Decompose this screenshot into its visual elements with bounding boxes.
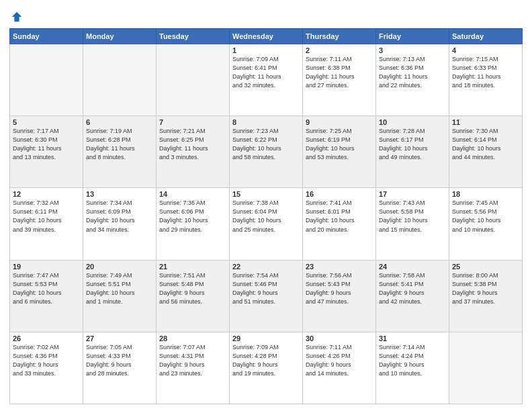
day-info-line: Daylight: 10 hours — [13, 216, 80, 225]
day-info-line: Sunrise: 7:11 AM — [306, 343, 373, 352]
day-info-line: Daylight: 9 hours — [452, 289, 519, 298]
day-info-line: Sunrise: 7:43 AM — [379, 199, 446, 208]
day-info-line: Sunset: 6:28 PM — [86, 136, 153, 144]
day-info: Sunrise: 7:13 AMSunset: 6:36 PMDaylight:… — [379, 55, 446, 90]
day-info-line: Daylight: 10 hours — [379, 216, 446, 225]
calendar-cell: 1Sunrise: 7:09 AMSunset: 6:41 PMDaylight… — [230, 44, 303, 116]
day-number: 14 — [159, 190, 226, 198]
day-info-line: Daylight: 11 hours — [379, 73, 446, 81]
day-info-line: Daylight: 9 hours — [306, 361, 373, 369]
day-info-line: and 19 minutes. — [232, 369, 300, 378]
calendar-cell: 13Sunrise: 7:34 AMSunset: 6:09 PMDayligh… — [83, 188, 157, 260]
day-info-line: Daylight: 11 hours — [159, 144, 226, 153]
calendar-week-row: 5Sunrise: 7:17 AMSunset: 6:30 PMDaylight… — [10, 116, 523, 188]
day-info: Sunrise: 7:21 AMSunset: 6:25 PMDaylight:… — [159, 127, 226, 162]
calendar-cell: 11Sunrise: 7:30 AMSunset: 6:14 PMDayligh… — [449, 116, 523, 188]
day-info-line: Sunrise: 7:34 AM — [86, 199, 153, 208]
day-info-line: Sunset: 6:11 PM — [13, 208, 80, 216]
day-info-line: Sunrise: 7:17 AM — [13, 127, 80, 136]
logo — [9, 11, 23, 23]
day-info-line: Sunset: 6:19 PM — [306, 136, 373, 144]
day-info-line: Sunrise: 7:23 AM — [232, 127, 300, 136]
day-info-line: Sunset: 5:43 PM — [306, 280, 373, 289]
day-info-line: Sunrise: 7:47 AM — [13, 271, 80, 280]
day-info: Sunrise: 7:30 AMSunset: 6:14 PMDaylight:… — [452, 127, 519, 162]
day-info-line: Daylight: 11 hours — [86, 144, 153, 153]
weekday-header-sunday: Sunday — [10, 29, 83, 44]
day-info: Sunrise: 7:14 AMSunset: 4:24 PMDaylight:… — [379, 343, 446, 378]
day-number: 8 — [232, 118, 300, 126]
day-info: Sunrise: 7:47 AMSunset: 5:53 PMDaylight:… — [13, 271, 80, 306]
day-info-line: Sunset: 5:38 PM — [452, 280, 519, 289]
day-number: 5 — [13, 118, 80, 126]
day-info-line: Daylight: 9 hours — [232, 361, 300, 369]
day-info-line: and 1 minute. — [86, 298, 153, 306]
day-info-line: Sunset: 4:33 PM — [86, 352, 153, 361]
calendar-cell: 7Sunrise: 7:21 AMSunset: 6:25 PMDaylight… — [157, 116, 230, 188]
weekday-header-monday: Monday — [83, 29, 157, 44]
day-info-line: Sunrise: 7:13 AM — [379, 55, 446, 64]
day-info-line: Sunset: 6:14 PM — [452, 136, 519, 144]
day-number: 23 — [306, 263, 373, 271]
day-info-line: and 20 minutes. — [306, 226, 373, 234]
day-info-line: Sunset: 6:25 PM — [159, 136, 226, 144]
calendar-cell: 28Sunrise: 7:07 AMSunset: 4:31 PMDayligh… — [157, 332, 230, 404]
day-info-line: Sunrise: 7:56 AM — [306, 271, 373, 280]
weekday-header-tuesday: Tuesday — [157, 29, 230, 44]
weekday-header-saturday: Saturday — [449, 29, 523, 44]
day-info-line: Sunset: 5:58 PM — [379, 208, 446, 216]
day-info-line: Sunset: 6:17 PM — [379, 136, 446, 144]
calendar-cell: 15Sunrise: 7:38 AMSunset: 6:04 PMDayligh… — [230, 188, 303, 260]
day-info-line: and 14 minutes. — [306, 369, 373, 378]
day-info-line: Sunrise: 8:00 AM — [452, 271, 519, 280]
day-info-line: Sunrise: 7:45 AM — [452, 199, 519, 208]
day-info-line: and 39 minutes. — [13, 226, 80, 234]
day-number: 30 — [306, 334, 373, 342]
day-info-line: Daylight: 10 hours — [232, 144, 300, 153]
page: SundayMondayTuesdayWednesdayThursdayFrid… — [0, 0, 532, 411]
day-info-line: Daylight: 10 hours — [452, 216, 519, 225]
day-info: Sunrise: 7:25 AMSunset: 6:19 PMDaylight:… — [306, 127, 373, 162]
day-info: Sunrise: 7:11 AMSunset: 6:38 PMDaylight:… — [306, 55, 373, 90]
day-info-line: Sunset: 6:22 PM — [232, 136, 300, 144]
day-info-line: and 51 minutes. — [232, 298, 300, 306]
day-number: 31 — [379, 334, 446, 342]
day-info-line: Sunset: 5:51 PM — [86, 280, 153, 289]
day-info-line: Daylight: 10 hours — [306, 144, 373, 153]
calendar-cell: 24Sunrise: 7:58 AMSunset: 5:41 PMDayligh… — [376, 260, 449, 332]
day-info-line: Daylight: 9 hours — [159, 361, 226, 369]
day-info-line: and 8 minutes. — [86, 153, 153, 162]
day-info-line: Daylight: 10 hours — [232, 216, 300, 225]
day-info-line: Sunset: 4:31 PM — [159, 352, 226, 361]
day-number: 13 — [86, 190, 153, 198]
day-info-line: Sunset: 5:41 PM — [379, 280, 446, 289]
day-info-line: Sunset: 6:33 PM — [452, 64, 519, 73]
day-info-line: Sunrise: 7:07 AM — [159, 343, 226, 352]
day-number: 24 — [379, 263, 446, 271]
day-info: Sunrise: 7:11 AMSunset: 4:26 PMDaylight:… — [306, 343, 373, 378]
day-info-line: and 28 minutes. — [86, 369, 153, 378]
weekday-header-friday: Friday — [376, 29, 449, 44]
day-number: 11 — [452, 118, 519, 126]
day-info-line: Daylight: 10 hours — [13, 289, 80, 298]
day-info-line: Sunset: 5:46 PM — [232, 280, 300, 289]
day-info-line: and 47 minutes. — [306, 298, 373, 306]
calendar-cell — [157, 44, 230, 116]
day-info-line: Sunrise: 7:19 AM — [86, 127, 153, 136]
day-info-line: and 34 minutes. — [86, 226, 153, 234]
day-info: Sunrise: 7:28 AMSunset: 6:17 PMDaylight:… — [379, 127, 446, 162]
calendar-cell: 17Sunrise: 7:43 AMSunset: 5:58 PMDayligh… — [376, 188, 449, 260]
day-number: 6 — [86, 118, 153, 126]
calendar-week-row: 19Sunrise: 7:47 AMSunset: 5:53 PMDayligh… — [10, 260, 523, 332]
day-info: Sunrise: 7:32 AMSunset: 6:11 PMDaylight:… — [13, 199, 80, 234]
day-info: Sunrise: 7:58 AMSunset: 5:41 PMDaylight:… — [379, 271, 446, 306]
calendar-cell: 31Sunrise: 7:14 AMSunset: 4:24 PMDayligh… — [376, 332, 449, 404]
calendar-cell — [10, 44, 83, 116]
header — [9, 8, 523, 23]
day-info-line: and 33 minutes. — [13, 369, 80, 378]
day-info-line: Sunrise: 7:14 AM — [379, 343, 446, 352]
calendar-cell: 16Sunrise: 7:41 AMSunset: 6:01 PMDayligh… — [303, 188, 376, 260]
day-info-line: Daylight: 9 hours — [159, 289, 226, 298]
day-info-line: and 42 minutes. — [379, 298, 446, 306]
day-info-line: Sunrise: 7:15 AM — [452, 55, 519, 64]
